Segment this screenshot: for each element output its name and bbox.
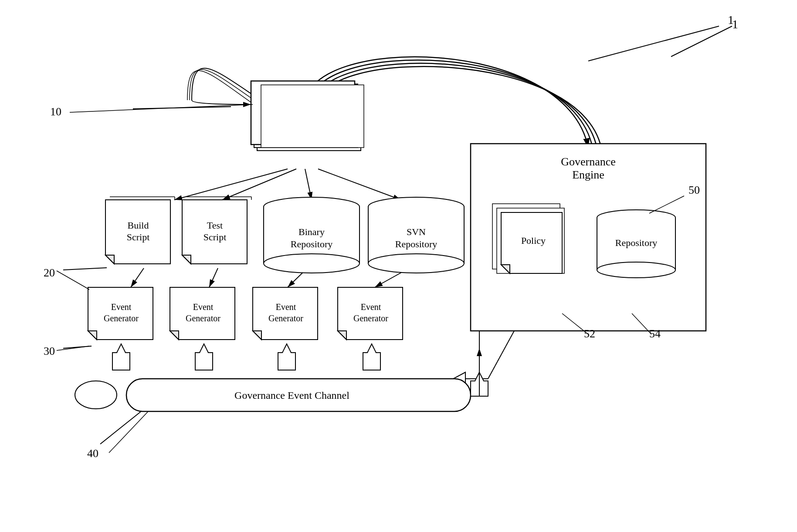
svg-marker-34 [182,255,191,264]
governance-engine-label: Governance [561,155,616,168]
svg-line-3 [305,169,312,200]
svg-point-48 [368,254,464,273]
event-gen-2-label: Event [193,302,214,312]
label-20: 20 [44,266,55,279]
svg-line-1 [174,169,288,200]
event-gen-4-label: Event [361,302,381,312]
svg-marker-29 [105,255,114,264]
svg-text:Generator: Generator [104,313,139,323]
svg-line-13 [488,331,514,379]
svg-text:Repository: Repository [291,239,333,249]
svg-marker-60 [338,331,346,340]
svg-marker-10 [195,344,213,370]
governance-channel-label: Governance Event Channel [234,390,349,401]
label-40: 40 [87,447,98,460]
label-50: 50 [688,184,700,196]
diagram-container: 1 [0,0,797,532]
event-gen-1-label: Event [111,302,132,312]
svg-text:Engine: Engine [572,168,604,181]
svg-text:Script: Script [127,232,150,242]
svg-line-2 [222,169,296,200]
policy-label: Policy [521,235,546,246]
binary-repo-label: Binary [298,226,325,237]
svg-line-78 [70,104,253,112]
svg-line-79 [57,271,89,290]
svg-text:Generator: Generator [353,313,388,323]
svg-text:Script: Script [203,232,227,242]
svg-text:Repository: Repository [395,239,438,249]
label-30: 30 [44,345,55,357]
svg-line-0 [588,26,719,61]
svg-line-5 [131,268,144,287]
svg-marker-57 [253,331,261,340]
svg-point-63 [75,381,117,409]
svg-line-80 [57,346,89,350]
svg-line-6 [209,268,218,287]
svg-marker-51 [88,331,97,340]
svg-text:Generator: Generator [186,313,220,323]
svn-repo-label: SVN [407,226,426,237]
svg-marker-54 [170,331,179,340]
test-script-label: Test [207,220,223,231]
svg-rect-86 [261,85,364,148]
svg-point-42 [264,254,359,273]
svg-line-4 [318,169,401,200]
svg-text:Generator: Generator [268,313,303,323]
label-10: 10 [50,105,61,118]
svg-line-18 [63,268,107,270]
svg-point-74 [597,262,675,278]
label-52: 52 [584,327,595,340]
svg-marker-11 [278,344,295,370]
svg-marker-9 [112,344,130,370]
label-1: 1 [732,17,738,31]
diagram-svg: 1 [0,0,797,532]
svg-marker-12 [363,344,380,370]
event-gen-3-label: Event [276,302,296,312]
build-script-label: Build [128,220,149,231]
gov-repository-label: Repository [615,237,658,248]
